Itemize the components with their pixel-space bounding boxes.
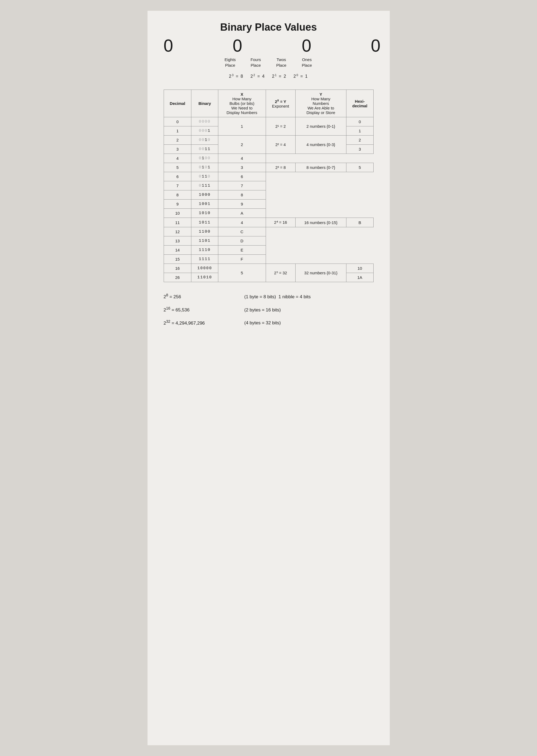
cell-hex: 3 — [346, 145, 373, 154]
cell-hex: F — [218, 255, 266, 264]
cell-exponent: 2² = 4 — [266, 135, 295, 154]
table-row: 131101D — [164, 236, 373, 246]
cell-hex: 10 — [346, 264, 373, 273]
page: Binary Place Values 0 0 0 0 EightsPlace … — [147, 11, 390, 745]
table-row: 121100C — [164, 227, 373, 236]
note-left-3: 232 = 4,294,967,296 — [164, 319, 228, 326]
cell-decimal: 14 — [164, 246, 191, 255]
cell-x: 1 — [218, 117, 266, 135]
cell-decimal: 3 — [164, 145, 191, 154]
fours-place-label: FoursPlace — [247, 57, 265, 68]
cell-decimal: 6 — [164, 172, 191, 181]
cell-decimal: 5 — [164, 163, 191, 172]
cell-hex: 0 — [346, 117, 373, 127]
cell-decimal: 9 — [164, 200, 191, 209]
cell-exponent: 2⁵ = 32 — [266, 264, 295, 282]
table-row: 0000012¹ = 22 numbers {0-1}0 — [164, 117, 373, 127]
note-left-1: 28 = 256 — [164, 293, 228, 300]
cell-hex: 1A — [346, 273, 373, 282]
cell-hex: B — [346, 218, 373, 227]
cell-y: 16 numbers {0-15} — [296, 218, 347, 227]
cell-binary: 0000 — [191, 117, 218, 127]
bottom-notes: 28 = 256 (1 byte = 8 bits) 1 nibble = 4 … — [164, 293, 374, 326]
cell-decimal: 10 — [164, 209, 191, 218]
cell-y: 2 numbers {0-1} — [296, 117, 347, 135]
table-row: 141110E — [164, 246, 373, 255]
powers-row: 23 = 8 22 = 4 21 = 2 20 = 1 — [164, 73, 374, 79]
cell-binary: 0011 — [191, 145, 218, 154]
table-row: 5010132³ = 88 numbers {0-7}5 — [164, 163, 373, 172]
cell-hex: 4 — [218, 154, 266, 163]
eights-place-label: EightsPlace — [222, 57, 239, 68]
col-header-exponent: 2x = YExponent — [266, 90, 295, 117]
cell-binary: 1011 — [191, 218, 218, 227]
cell-binary: 1100 — [191, 227, 218, 236]
col-header-y: YHow ManyNumbersWe Are Able toDisplay or… — [296, 90, 347, 117]
table-row: 401004 — [164, 154, 373, 163]
col-header-binary: Binary — [191, 90, 218, 117]
cell-binary: 11010 — [191, 273, 218, 282]
col-header-decimal: Decimal — [164, 90, 191, 117]
cell-exponent: 2⁴ = 16 — [266, 218, 295, 227]
cell-decimal: 15 — [164, 255, 191, 264]
cell-hex: 1 — [346, 127, 373, 135]
table-row: 701117 — [164, 181, 373, 190]
cell-decimal: 1 — [164, 127, 191, 135]
cell-decimal: 16 — [164, 264, 191, 273]
note-right-2: (2 bytes = 16 bits) — [244, 307, 374, 313]
cell-hex: C — [218, 227, 266, 236]
cell-binary: 1000 — [191, 190, 218, 200]
cell-exponent: 2³ = 8 — [266, 163, 295, 172]
table-row: 910019 — [164, 200, 373, 209]
note-right-3: (4 bytes = 32 bits) — [244, 320, 374, 326]
page-title: Binary Place Values — [164, 21, 374, 33]
cell-binary: 0101 — [191, 163, 218, 172]
cell-y: 8 numbers {0-7} — [296, 163, 347, 172]
cell-binary: 1001 — [191, 200, 218, 209]
cell-hex: 8 — [218, 190, 266, 200]
note-left-2: 216 = 65,536 — [164, 306, 228, 313]
cell-binary: 1110 — [191, 246, 218, 255]
cell-x: 2 — [218, 135, 266, 154]
cell-binary: 0100 — [191, 154, 218, 163]
table-row: 151111F — [164, 255, 373, 264]
cell-exponent: 2¹ = 2 — [266, 117, 295, 135]
cell-x: 4 — [218, 218, 266, 227]
note-row-1: 28 = 256 (1 byte = 8 bits) 1 nibble = 4 … — [164, 293, 374, 300]
cell-binary: 0111 — [191, 181, 218, 190]
cell-binary: 1111 — [191, 255, 218, 264]
cell-hex: A — [218, 209, 266, 218]
cell-y: 4 numbers {0-3} — [296, 135, 347, 154]
binary-table: Decimal Binary XHow ManyBulbs (or bits)W… — [164, 90, 374, 282]
note-right-1: (1 byte = 8 bits) 1 nibble = 4 bits — [244, 294, 374, 300]
col-header-hex: Hexi-decimal — [346, 90, 373, 117]
table-row: 101010A — [164, 209, 373, 218]
cell-binary: 0110 — [191, 172, 218, 181]
cell-binary: 10000 — [191, 264, 218, 273]
cell-hex: 7 — [218, 181, 266, 190]
table-row: 810008 — [164, 190, 373, 200]
col-header-x: XHow ManyBulbs (or bits)We Need toDispla… — [218, 90, 266, 117]
cell-hex: 9 — [218, 200, 266, 209]
note-row-3: 232 = 4,294,967,296 (4 bytes = 32 bits) — [164, 319, 374, 326]
table-row: 2001022² = 44 numbers {0-3}2 — [164, 135, 373, 145]
cell-decimal: 13 — [164, 236, 191, 246]
cell-x: 3 — [218, 163, 266, 172]
cell-decimal: 0 — [164, 117, 191, 127]
cell-y: 32 numbers {0-31} — [296, 264, 347, 282]
ones-place-label: OnesPlace — [298, 57, 316, 68]
table-row: 161000052⁵ = 3232 numbers {0-31}10 — [164, 264, 373, 273]
cell-binary: 0001 — [191, 127, 218, 135]
cell-hex: 2 — [346, 135, 373, 145]
cell-x: 5 — [218, 264, 266, 282]
cell-decimal: 12 — [164, 227, 191, 236]
table-row: 11101142⁴ = 1616 numbers {0-15}B — [164, 218, 373, 227]
cell-decimal: 7 — [164, 181, 191, 190]
cell-decimal: 26 — [164, 273, 191, 282]
cell-hex: 6 — [218, 172, 266, 181]
cell-hex: D — [218, 236, 266, 246]
cell-binary: 1101 — [191, 236, 218, 246]
cell-binary: 0010 — [191, 135, 218, 145]
cell-decimal: 11 — [164, 218, 191, 227]
twos-place-label: TwosPlace — [273, 57, 290, 68]
